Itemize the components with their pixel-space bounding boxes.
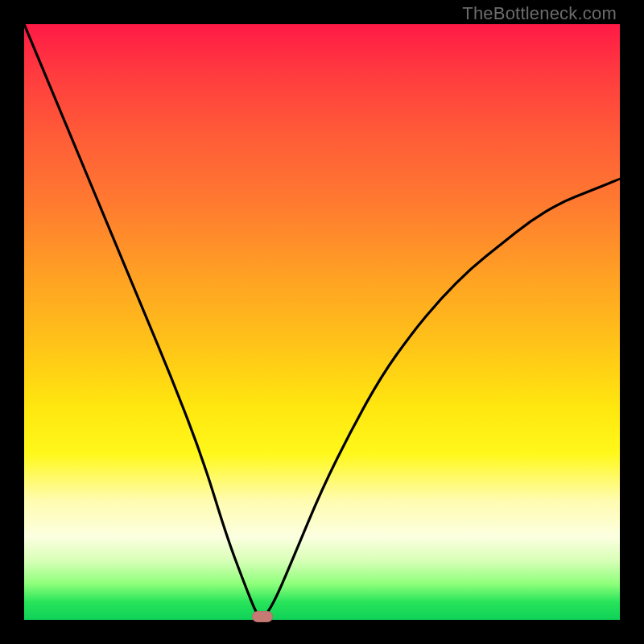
bottleneck-curve <box>24 24 620 620</box>
curve-path <box>24 24 620 617</box>
plot-area <box>24 24 620 620</box>
chart-frame: TheBottleneck.com <box>0 0 644 644</box>
watermark-text: TheBottleneck.com <box>462 3 617 24</box>
minimum-marker <box>252 611 273 622</box>
